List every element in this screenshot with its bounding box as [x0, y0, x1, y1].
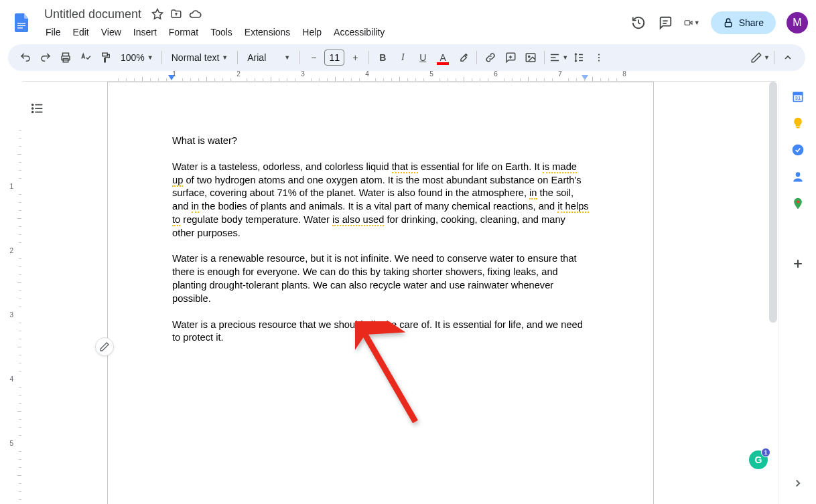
move-icon[interactable]	[169, 7, 183, 21]
svg-point-26	[32, 108, 33, 109]
zoom-select[interactable]: 100%▼	[117, 52, 157, 63]
menu-bar: File Edit View Insert Format Tools Exten…	[40, 24, 630, 40]
font-size-control: − +	[304, 48, 364, 67]
align-button[interactable]: ▼	[549, 48, 568, 67]
separator	[299, 51, 300, 64]
lock-icon	[723, 17, 734, 28]
paragraph-style-select[interactable]: Normal text▼	[166, 52, 234, 63]
history-icon[interactable]	[630, 15, 647, 31]
cloud-status-icon[interactable]	[188, 7, 202, 21]
header-right: ▼ Share M	[630, 11, 808, 34]
separator	[161, 51, 162, 64]
keep-icon[interactable]	[791, 116, 805, 130]
meet-button[interactable]: ▼	[684, 15, 700, 31]
menu-insert[interactable]: Insert	[128, 24, 162, 40]
document-paragraph-2[interactable]: Water is a renewable resource, but it is…	[172, 252, 589, 305]
document-page[interactable]: What is water? Water is a tasteless, odo…	[107, 82, 654, 504]
increase-font-size-button[interactable]: +	[346, 48, 364, 67]
menu-format[interactable]: Format	[163, 24, 204, 40]
line-spacing-button[interactable]	[569, 48, 588, 67]
scrollbar-thumb[interactable]	[769, 82, 777, 323]
separator	[237, 51, 238, 64]
right-indent-marker[interactable]	[582, 75, 588, 80]
highlight-color-button[interactable]	[454, 48, 472, 67]
comments-icon[interactable]	[657, 15, 673, 31]
toolbar-container: 100%▼ Normal text▼ Arial▼ − + B I U A ▼ …	[0, 44, 816, 71]
svg-point-19	[598, 54, 600, 55]
grammarly-count-badge: 1	[761, 448, 770, 457]
document-title[interactable]: Untitled document	[40, 6, 145, 23]
grammarly-badge[interactable]: G 1	[749, 450, 768, 469]
star-icon[interactable]	[151, 7, 164, 21]
document-paragraph-3[interactable]: Water is a precious resource that we sho…	[172, 319, 589, 345]
separator	[368, 51, 369, 64]
svg-point-33	[792, 145, 803, 156]
font-size-input[interactable]	[324, 50, 344, 66]
redo-button[interactable]	[36, 48, 55, 67]
menu-help[interactable]: Help	[297, 24, 327, 40]
menu-accessibility[interactable]: Accessibility	[328, 24, 390, 40]
font-select[interactable]: Arial▼	[242, 52, 295, 63]
workspace: 123456 What is water? Water is a tastele…	[0, 82, 816, 504]
outline-toggle-button[interactable]	[27, 98, 48, 119]
svg-rect-2	[17, 27, 23, 29]
svg-rect-32	[796, 127, 799, 129]
menu-extensions[interactable]: Extensions	[239, 24, 295, 40]
decrease-font-size-button[interactable]: −	[304, 48, 323, 67]
spellcheck-button[interactable]	[76, 48, 95, 67]
svg-point-25	[32, 104, 33, 106]
print-button[interactable]	[56, 48, 75, 67]
svg-rect-1	[17, 25, 25, 27]
vertical-scrollbar[interactable]	[769, 82, 777, 490]
svg-point-35	[796, 200, 799, 203]
menu-view[interactable]: View	[96, 24, 127, 40]
svg-point-21	[598, 60, 600, 61]
account-avatar[interactable]: M	[787, 12, 808, 33]
editing-mode-button[interactable]: ▼	[750, 48, 770, 67]
share-label: Share	[739, 17, 764, 28]
toolbar-right: ▼	[750, 48, 797, 67]
document-scroll-area[interactable]: What is water? Water is a tasteless, odo…	[23, 82, 778, 504]
calendar-icon[interactable]: 31	[791, 90, 805, 103]
tasks-icon[interactable]	[791, 143, 805, 157]
svg-point-27	[32, 112, 33, 113]
separator	[544, 51, 545, 64]
svg-point-34	[795, 172, 800, 177]
horizontal-ruler[interactable]: 12345678	[23, 71, 776, 82]
add-comment-button[interactable]	[501, 48, 520, 67]
contacts-icon[interactable]	[791, 170, 805, 183]
svg-text:31: 31	[795, 95, 800, 101]
insert-link-button[interactable]	[481, 48, 500, 67]
get-addons-button[interactable]	[791, 257, 805, 270]
menu-file[interactable]: File	[40, 24, 66, 40]
svg-rect-0	[17, 23, 25, 24]
separator	[774, 51, 774, 64]
insert-image-button[interactable]	[521, 48, 540, 67]
magic-write-button[interactable]	[95, 337, 114, 356]
share-button[interactable]: Share	[711, 11, 776, 34]
maps-icon[interactable]	[791, 197, 805, 210]
document-heading[interactable]: What is water?	[172, 135, 589, 148]
side-panel: 31	[778, 82, 816, 504]
undo-button[interactable]	[16, 48, 35, 67]
paint-format-button[interactable]	[96, 48, 115, 67]
toolbar: 100%▼ Normal text▼ Arial▼ − + B I U A ▼ …	[8, 44, 805, 71]
docs-logo[interactable]	[8, 9, 35, 36]
italic-button[interactable]: I	[393, 48, 412, 67]
menu-edit[interactable]: Edit	[68, 24, 94, 40]
header-top: Untitled document File Edit View Insert …	[0, 4, 816, 41]
more-button[interactable]	[590, 48, 608, 67]
svg-rect-5	[685, 21, 690, 25]
collapse-toolbar-button[interactable]	[778, 48, 797, 67]
document-paragraph-1[interactable]: Water is a tasteless, odorless, and colo…	[172, 161, 589, 240]
text-color-button[interactable]: A	[433, 48, 452, 67]
bold-button[interactable]: B	[373, 48, 392, 67]
content-area: 123456 What is water? Water is a tastele…	[0, 82, 778, 504]
vertical-ruler[interactable]: 123456	[0, 82, 23, 504]
show-side-panel-button[interactable]	[792, 477, 804, 492]
svg-point-12	[529, 56, 530, 57]
svg-rect-29	[793, 92, 803, 94]
underline-button[interactable]: U	[413, 48, 432, 67]
header: Untitled document File Edit View Insert …	[0, 0, 816, 41]
menu-tools[interactable]: Tools	[205, 24, 238, 40]
